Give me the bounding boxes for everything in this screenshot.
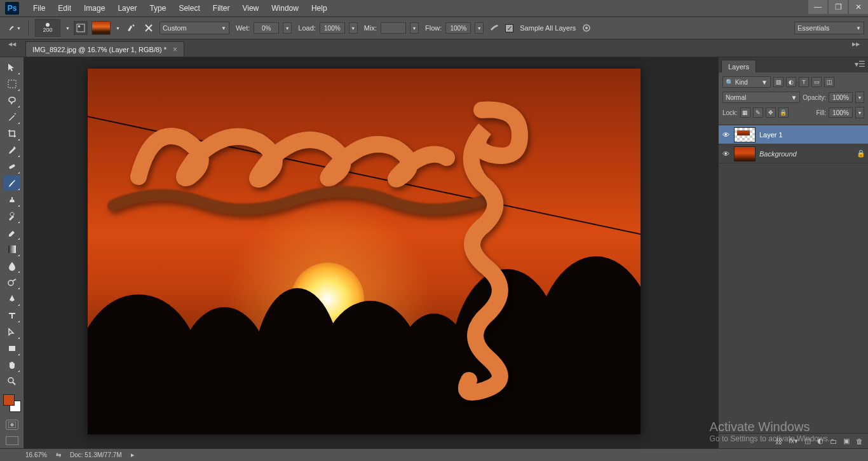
magic-wand-tool[interactable]	[4, 109, 20, 125]
chevron-down-icon[interactable]: ▼	[116, 26, 120, 31]
wet-value[interactable]: 0%	[254, 22, 279, 34]
tool-preset-picker[interactable]: ▼	[8, 21, 22, 35]
quick-mask-toggle[interactable]	[6, 420, 18, 430]
filter-type-icon[interactable]: T	[799, 77, 809, 87]
dodge-tool[interactable]	[4, 275, 20, 290]
collapse-right-icon[interactable]: ▶▶	[844, 39, 868, 48]
delete-layer-icon[interactable]: 🗑	[856, 437, 863, 445]
layer-name[interactable]: Background	[759, 150, 853, 158]
menu-select[interactable]: Select	[172, 1, 206, 15]
opacity-value[interactable]: 100%	[829, 92, 853, 102]
close-tab-icon[interactable]: ×	[173, 45, 177, 54]
blend-mode-select[interactable]: Normal▼	[722, 92, 800, 103]
maximize-button[interactable]: ❐	[829, 0, 848, 14]
canvas-area[interactable]	[24, 57, 718, 448]
layer-name[interactable]: Layer 1	[759, 131, 865, 139]
brush-panel-toggle[interactable]	[74, 21, 88, 35]
fill-dropdown[interactable]: ▼	[855, 107, 864, 118]
blur-tool[interactable]	[4, 258, 20, 273]
filter-adjust-icon[interactable]: ◐	[786, 77, 796, 87]
lock-transparency-icon[interactable]: ▦	[740, 107, 750, 118]
zoom-tool[interactable]	[4, 374, 20, 389]
foreground-color-swatch[interactable]	[3, 394, 15, 406]
layer-thumbnail[interactable]	[734, 146, 756, 162]
layer-fx-icon[interactable]: fx▾	[789, 437, 798, 445]
pen-tool[interactable]	[4, 291, 20, 306]
eyedropper-tool[interactable]	[4, 142, 20, 158]
menu-view[interactable]: View	[236, 1, 265, 15]
collapse-left-icon[interactable]: ◀◀	[0, 39, 24, 48]
menu-file[interactable]: File	[27, 1, 51, 15]
brush-tool[interactable]	[4, 175, 20, 191]
wet-dropdown[interactable]: ▼	[283, 22, 292, 34]
zoom-level[interactable]: 16.67%	[25, 451, 47, 458]
visibility-toggle-icon[interactable]: 👁	[721, 149, 730, 158]
menu-window[interactable]: Window	[265, 1, 305, 15]
workspace-switcher[interactable]: Essentials▼	[794, 22, 864, 34]
marquee-tool[interactable]	[4, 76, 20, 92]
clone-stamp-tool[interactable]	[4, 192, 20, 207]
load-brush-icon[interactable]	[124, 21, 138, 35]
history-brush-tool[interactable]	[4, 209, 20, 224]
screen-mode-toggle[interactable]	[6, 436, 18, 445]
path-selection-tool[interactable]	[4, 324, 20, 340]
doc-size[interactable]: Doc: 51.3M/77.7M	[70, 451, 122, 458]
wet-preset-select[interactable]: Custom▼	[159, 22, 229, 34]
airbrush-toggle[interactable]	[487, 21, 501, 35]
clean-brush-icon[interactable]	[142, 21, 156, 35]
lock-pixels-icon[interactable]: ✎	[753, 107, 763, 118]
flow-value[interactable]: 100%	[445, 22, 471, 34]
lasso-tool[interactable]	[4, 93, 20, 108]
type-tool[interactable]	[4, 308, 20, 323]
chevron-down-icon[interactable]: ▼	[65, 26, 70, 31]
panel-menu-icon[interactable]: ▾☰	[855, 60, 865, 69]
document-canvas[interactable]	[88, 69, 641, 434]
filter-pixel-icon[interactable]: ▧	[773, 77, 783, 87]
load-value[interactable]: 100%	[320, 22, 345, 34]
layer-row[interactable]: 👁 Layer 1	[719, 125, 868, 144]
lock-all-icon[interactable]: 🔒	[778, 107, 789, 118]
brush-load-swatch[interactable]	[92, 21, 111, 35]
filter-smart-icon[interactable]: ◫	[824, 77, 834, 87]
menu-image[interactable]: Image	[78, 1, 111, 15]
filter-shape-icon[interactable]: ▭	[811, 77, 822, 87]
crop-tool[interactable]	[4, 126, 20, 141]
rectangle-tool[interactable]	[4, 341, 20, 356]
move-tool[interactable]	[4, 60, 20, 75]
healing-brush-tool[interactable]	[4, 159, 20, 174]
visibility-toggle-icon[interactable]: 👁	[721, 130, 730, 139]
gradient-tool[interactable]	[4, 242, 20, 257]
opacity-dropdown[interactable]: ▼	[855, 92, 864, 103]
hand-tool[interactable]	[4, 357, 20, 373]
new-layer-icon[interactable]: ▣	[843, 437, 850, 445]
menu-help[interactable]: Help	[305, 1, 334, 15]
flow-dropdown[interactable]: ▼	[475, 22, 484, 34]
layers-tab[interactable]: Layers	[721, 60, 756, 72]
menu-layer[interactable]: Layer	[111, 1, 143, 15]
layer-thumbnail[interactable]	[734, 127, 756, 142]
fill-value[interactable]: 100%	[829, 107, 853, 118]
tablet-pressure-toggle[interactable]	[580, 21, 593, 35]
load-dropdown[interactable]: ▼	[349, 22, 358, 34]
layer-filter-select[interactable]: 🔍 Kind▼	[722, 76, 771, 88]
mix-dropdown[interactable]: ▼	[410, 22, 419, 34]
eraser-tool[interactable]	[4, 225, 20, 240]
color-swatches[interactable]	[3, 394, 21, 412]
minimize-button[interactable]: —	[808, 0, 827, 14]
layer-mask-icon[interactable]: ◫	[804, 437, 811, 445]
menu-filter[interactable]: Filter	[207, 1, 236, 15]
mix-value[interactable]	[381, 22, 406, 34]
lock-position-icon[interactable]: ✥	[766, 107, 776, 118]
status-extra-icon[interactable]: ⇆	[56, 451, 61, 458]
layer-row[interactable]: 👁 Background 🔒	[719, 144, 868, 163]
layer-group-icon[interactable]: 🗀	[830, 437, 837, 445]
document-tab[interactable]: IMG_8922.jpg @ 16.7% (Layer 1, RGB/8) * …	[25, 41, 184, 57]
menu-edit[interactable]: Edit	[51, 1, 78, 15]
sample-all-layers-checkbox[interactable]: ✓	[505, 24, 513, 32]
status-menu-icon[interactable]: ▶	[131, 453, 134, 458]
close-button[interactable]: ✕	[849, 0, 868, 14]
menu-type[interactable]: Type	[143, 1, 172, 15]
adjustment-layer-icon[interactable]: ◐	[817, 437, 824, 445]
brush-preset-picker[interactable]: 200	[35, 19, 60, 37]
link-layers-icon[interactable]: ⛓	[775, 437, 782, 445]
